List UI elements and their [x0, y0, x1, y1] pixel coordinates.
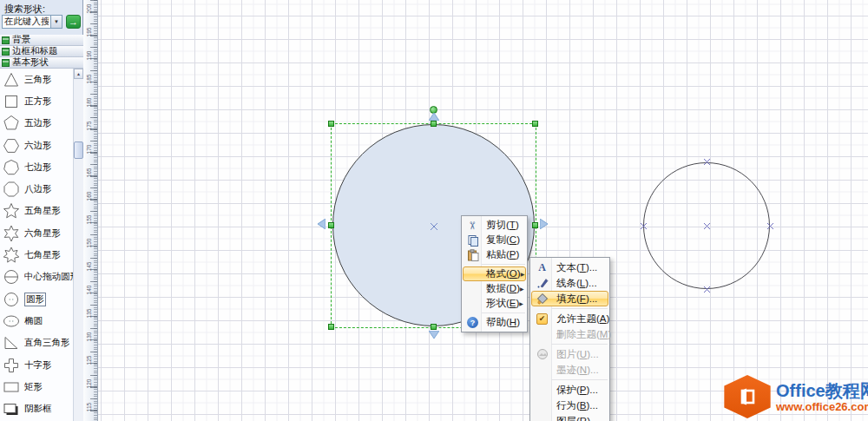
right-triangle-icon	[3, 334, 20, 352]
menu-item-help[interactable]: ? 帮助(H)	[463, 315, 526, 330]
picture-icon	[532, 348, 552, 360]
selection-handle-nw[interactable]	[328, 121, 334, 127]
shape-item-octagon[interactable]: 八边形	[0, 178, 73, 200]
shape-item-square[interactable]: 正方形	[0, 90, 73, 112]
selection-handle-w[interactable]	[328, 222, 334, 228]
selection-handle-s[interactable]	[431, 324, 437, 330]
shape-item-ellipse[interactable]: 椭圆	[0, 310, 73, 332]
square-icon	[3, 93, 20, 110]
autoconnect-arrow-down[interactable]	[429, 331, 439, 339]
chevron-down-icon: ▼	[54, 19, 59, 24]
submenu-item-allow-themes[interactable]: ✔ 允许主题(A)	[531, 311, 608, 326]
shadow-box-icon	[3, 400, 20, 418]
menu-item-shape[interactable]: 形状(E) ▶	[463, 296, 526, 311]
stencil-section-background[interactable]: 背景	[0, 35, 83, 46]
submenu-item-text[interactable]: A 文本(T)...	[531, 260, 608, 275]
section-label: 背景	[12, 35, 30, 46]
submenu-item-picture[interactable]: 图片(U)...	[531, 346, 608, 362]
connection-point-e	[767, 223, 773, 229]
search-row: ▼ →	[2, 15, 81, 29]
section-label: 基本形状	[12, 57, 49, 69]
shape-item-heptagon[interactable]: 七边形	[0, 156, 73, 178]
shape-item-star7[interactable]: 七角星形	[0, 244, 73, 266]
selection-handle-n[interactable]	[431, 121, 437, 127]
selection-handle-sw[interactable]	[328, 324, 334, 330]
paste-icon	[464, 249, 482, 261]
search-dropdown-button[interactable]: ▼	[50, 15, 62, 29]
hexagon-icon	[3, 137, 20, 155]
text-icon: A	[532, 261, 552, 274]
shape-item-cross[interactable]: 十字形	[0, 354, 73, 376]
shape-item-star6[interactable]: 六角星形	[0, 222, 73, 244]
visio-window: 搜索形状: ▼ → 背景 边框和标题 基本形状	[0, 0, 868, 421]
help-icon: ?	[464, 317, 482, 328]
shape-list: 三角形 正方形 五边形 六边形 七边形 八边形	[0, 69, 73, 421]
stencil-sections: 背景 边框和标题 基本形状	[0, 35, 83, 69]
submenu-item-line[interactable]: 线条(L)...	[531, 275, 608, 291]
connection-point-center	[704, 223, 710, 229]
menu-item-paste[interactable]: 粘贴(P)	[463, 247, 526, 262]
autoconnect-arrow-right[interactable]	[540, 219, 548, 229]
octagon-icon	[3, 181, 20, 198]
submenu-item-remove-theme[interactable]: 删除主题(M)	[531, 326, 608, 342]
star6-icon	[3, 225, 20, 242]
context-menu: ✂ 剪切(T) 复制(C) 粘贴(P) 格式(O) ▶ 数据(D) ▶ 形状(E…	[461, 215, 528, 332]
submenu-arrow-icon: ▶	[519, 300, 529, 306]
site-url: www.office26.com	[776, 400, 868, 413]
shapes-panel: 搜索形状: ▼ → 背景 边框和标题 基本形状	[0, 0, 83, 421]
go-arrow-icon: →	[69, 16, 78, 27]
shape-item-circle[interactable]: 圆形	[0, 288, 73, 310]
shape-item-star5[interactable]: 五角星形	[0, 201, 73, 222]
shape-item-center-drag-circle[interactable]: 中心拖动圆形	[0, 266, 73, 288]
submenu-item-protection[interactable]: 保护(P)...	[531, 382, 608, 398]
submenu-item-ink[interactable]: 墨迹(N)...	[531, 362, 608, 378]
connection-point-n	[704, 159, 710, 165]
connection-point-w	[641, 223, 647, 229]
autoconnect-arrow-up[interactable]	[429, 113, 439, 121]
menu-separator	[551, 379, 608, 380]
pentagon-icon	[3, 115, 20, 132]
stencil-icon	[2, 59, 10, 67]
watermark: Office教程网 www.office26.com	[720, 373, 868, 420]
section-label: 边框和标题	[12, 46, 58, 57]
selection-handle-e[interactable]	[532, 222, 538, 228]
selection-handle-ne[interactable]	[532, 121, 538, 127]
menu-separator	[482, 264, 525, 265]
submenu-item-behavior[interactable]: 行为(B)...	[531, 398, 608, 413]
copy-icon	[464, 234, 482, 247]
shape-item-rectangle[interactable]: 矩形	[0, 376, 73, 398]
shape-item-pentagon[interactable]: 五边形	[0, 113, 73, 135]
star5-icon	[3, 202, 20, 220]
submenu-item-fill[interactable]: 填充(F)...	[531, 291, 608, 306]
circle-icon	[3, 291, 20, 308]
shape-item-right-triangle[interactable]: 直角三角形	[0, 332, 73, 354]
menu-separator	[551, 344, 608, 345]
search-go-button[interactable]: →	[66, 15, 81, 29]
autoconnect-arrow-left[interactable]	[318, 219, 326, 229]
shape-item-triangle[interactable]: 三角形	[0, 69, 73, 90]
stencil-section-borders-titles[interactable]: 边框和标题	[0, 46, 83, 57]
submenu-item-layer[interactable]: 图层(R)...	[531, 413, 608, 421]
shape-item-hexagon[interactable]: 六边形	[0, 135, 73, 156]
star7-icon	[3, 247, 20, 264]
search-input[interactable]	[2, 15, 50, 29]
checked-icon: ✔	[532, 313, 552, 325]
stencil-section-basic-shapes[interactable]: 基本形状	[0, 57, 83, 69]
office-logo-icon	[720, 375, 774, 418]
line-pen-icon	[532, 277, 552, 289]
shape-item-shadow-box[interactable]: 阴影框	[0, 398, 73, 419]
menu-item-cut[interactable]: ✂ 剪切(T)	[463, 218, 526, 233]
menu-item-copy[interactable]: 复制(C)	[463, 233, 526, 247]
menu-item-format[interactable]: 格式(O) ▶	[463, 266, 526, 281]
vertical-ruler: 200 195 190 185 180 175 170 165 160 155 …	[83, 0, 98, 421]
search-shapes-label: 搜索形状:	[4, 3, 45, 16]
menu-separator	[551, 308, 608, 309]
menu-item-data[interactable]: 数据(D) ▶	[463, 281, 526, 296]
stencil-icon	[2, 48, 10, 56]
watermark-text: Office教程网 www.office26.com	[776, 381, 868, 413]
site-name: Office教程网	[776, 381, 868, 400]
stencil-icon	[2, 36, 10, 44]
cross-icon	[3, 357, 20, 374]
fill-bucket-icon	[532, 293, 552, 305]
connection-point-s	[704, 286, 710, 293]
